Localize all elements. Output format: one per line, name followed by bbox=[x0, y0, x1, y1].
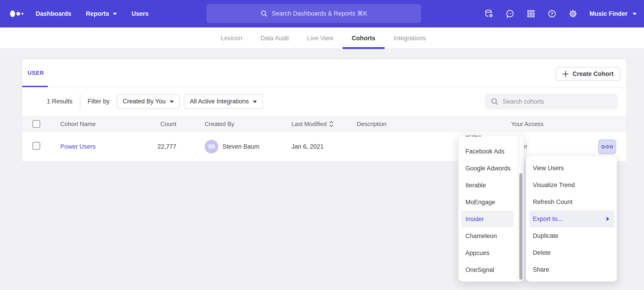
submenu-arrow-icon bbox=[606, 217, 609, 221]
cohort-count: 22,777 bbox=[131, 143, 176, 150]
menu-item-moengage[interactable]: MoEngage bbox=[458, 194, 524, 211]
filter-integrations-dropdown[interactable]: All Active Integrations bbox=[184, 94, 263, 109]
select-all-checkbox[interactable] bbox=[32, 120, 40, 128]
mixpanel-logo-icon[interactable] bbox=[10, 11, 23, 17]
results-count: 1 Results bbox=[47, 98, 72, 105]
chevron-down-icon bbox=[113, 13, 117, 15]
data-management-icon[interactable] bbox=[484, 9, 494, 18]
column-header-your-access[interactable]: Your Access bbox=[511, 120, 544, 128]
menu-item-iterable[interactable]: Iterable bbox=[458, 177, 524, 194]
plus-icon bbox=[562, 71, 568, 77]
filter-by-label: Filter by bbox=[88, 98, 110, 105]
row-actions-menu: View Users Visualize Trend Refresh Count… bbox=[526, 156, 617, 282]
feedback-icon[interactable] bbox=[506, 9, 514, 18]
menu-item-facebook-ads[interactable]: Facebook Ads bbox=[458, 143, 524, 160]
create-cohort-button[interactable]: Create Cohort bbox=[556, 67, 620, 81]
tab-live-view[interactable]: Live View bbox=[298, 28, 342, 49]
export-targets-menu: Braze Facebook Ads Google Adwords Iterab… bbox=[458, 135, 524, 282]
card-header: USER Create Cohort bbox=[22, 59, 626, 87]
tab-integrations[interactable]: Integrations bbox=[384, 28, 435, 49]
menu-item-chameleon[interactable]: Chameleon bbox=[458, 228, 524, 244]
filter-created-by-dropdown[interactable]: Created By You bbox=[117, 94, 180, 109]
avatar: SB bbox=[204, 140, 218, 154]
last-modified-date: Jan 6, 2021 bbox=[292, 143, 324, 150]
search-cohorts-input[interactable]: Search cohorts bbox=[485, 94, 618, 109]
menu-item-insider[interactable]: Insider bbox=[461, 211, 514, 228]
apps-grid-icon[interactable] bbox=[526, 9, 536, 18]
menu-item-duplicate[interactable]: Duplicate bbox=[526, 227, 616, 244]
nav-users[interactable]: Users bbox=[124, 0, 156, 28]
svg-text:?: ? bbox=[550, 11, 554, 16]
nav-reports[interactable]: Reports bbox=[78, 0, 124, 28]
screen: Dashboards Reports Users Search Dashboar… bbox=[0, 0, 644, 290]
project-switcher[interactable]: Music Finder bbox=[590, 10, 637, 17]
menu-item-google-adwords[interactable]: Google Adwords bbox=[458, 160, 524, 177]
column-header-created-by[interactable]: Created By bbox=[204, 120, 234, 128]
chevron-down-icon bbox=[632, 13, 637, 15]
cohorts-card: USER Create Cohort 1 Results Filter by C… bbox=[22, 59, 627, 161]
cohort-name-link[interactable]: Power Users bbox=[60, 143, 96, 150]
menu-item-onesignal[interactable]: OneSignal bbox=[458, 261, 524, 278]
menu-item-delete[interactable]: Delete bbox=[526, 244, 616, 261]
tab-data-audit[interactable]: Data Audit bbox=[251, 28, 298, 49]
nav-dashboards[interactable]: Dashboards bbox=[28, 0, 78, 28]
filter-row: 1 Results Filter by Created By You All A… bbox=[22, 87, 626, 116]
search-icon bbox=[260, 10, 268, 17]
nav-left: Dashboards Reports Users bbox=[10, 0, 156, 28]
section-tabbar: Lexicon Data Audit Live View Cohorts Int… bbox=[0, 28, 644, 49]
sort-icon bbox=[329, 121, 334, 127]
row-actions-button[interactable] bbox=[598, 139, 616, 154]
menu-item-share[interactable]: Share bbox=[526, 261, 616, 278]
menu-item-view-users[interactable]: View Users bbox=[526, 160, 616, 177]
column-header-last-modified[interactable]: Last Modified bbox=[292, 120, 334, 128]
divider bbox=[80, 94, 80, 109]
nav-right: ? Music Finder bbox=[484, 0, 637, 28]
ellipsis-icon bbox=[602, 145, 605, 149]
help-icon[interactable]: ? bbox=[548, 9, 556, 18]
scrollbar-thumb[interactable] bbox=[519, 173, 522, 280]
global-search-input[interactable]: Search Dashboards & Reports ⌘K bbox=[206, 4, 421, 23]
column-header-description[interactable]: Description bbox=[357, 120, 386, 128]
tab-lexicon[interactable]: Lexicon bbox=[212, 28, 251, 49]
table-header: Cohort Name Count Created By Last Modifi… bbox=[22, 116, 626, 132]
settings-gear-icon[interactable] bbox=[568, 9, 578, 18]
search-icon bbox=[491, 98, 498, 105]
column-header-count[interactable]: Count bbox=[131, 120, 176, 128]
top-navbar: Dashboards Reports Users Search Dashboar… bbox=[0, 0, 644, 28]
menu-item-appcues[interactable]: Appcues bbox=[458, 244, 524, 261]
column-header-cohort-name[interactable]: Cohort Name bbox=[60, 120, 96, 128]
menu-item-export-to[interactable]: Export to... bbox=[529, 210, 615, 227]
chevron-down-icon bbox=[170, 101, 174, 103]
tab-user[interactable]: USER bbox=[28, 70, 44, 76]
menu-item-visualize-trend[interactable]: Visualize Trend bbox=[526, 177, 616, 194]
chevron-down-icon bbox=[253, 101, 257, 103]
menu-item-refresh-count[interactable]: Refresh Count bbox=[526, 194, 616, 210]
created-by-name: Steven Baum bbox=[222, 143, 260, 150]
row-checkbox[interactable] bbox=[32, 142, 40, 152]
menu-item-braze[interactable]: Braze bbox=[458, 135, 524, 143]
menu-scrollbar[interactable] bbox=[518, 135, 524, 281]
tab-cohorts[interactable]: Cohorts bbox=[342, 28, 384, 49]
